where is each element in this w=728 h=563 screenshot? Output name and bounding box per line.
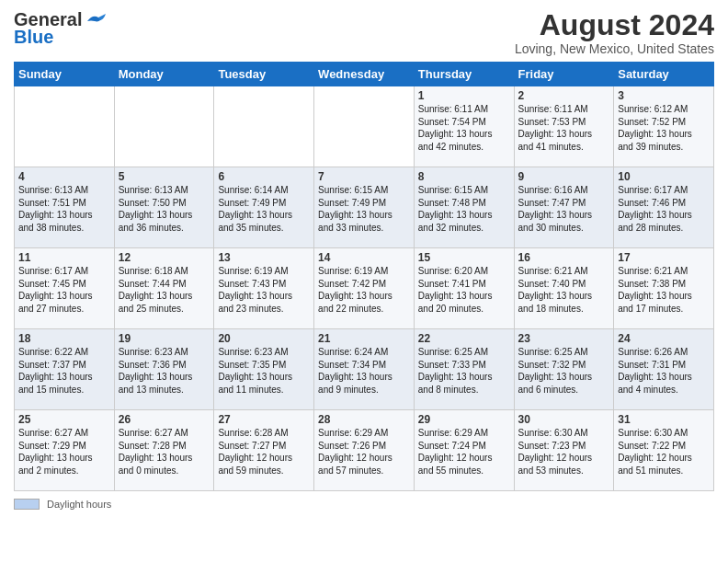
- weekday-header-monday: Monday: [114, 63, 214, 86]
- calendar-cell: 12Sunrise: 6:18 AM Sunset: 7:44 PM Dayli…: [114, 248, 214, 329]
- calendar-cell: 4Sunrise: 6:13 AM Sunset: 7:51 PM Daylig…: [15, 167, 115, 248]
- weekday-header-tuesday: Tuesday: [214, 63, 314, 86]
- calendar-header: SundayMondayTuesdayWednesdayThursdayFrid…: [15, 63, 714, 86]
- day-info: Sunrise: 6:23 AM Sunset: 7:35 PM Dayligh…: [218, 346, 310, 396]
- day-info: Sunrise: 6:29 AM Sunset: 7:26 PM Dayligh…: [318, 427, 410, 477]
- logo-bird-icon: [85, 12, 106, 29]
- day-number: 5: [119, 170, 210, 183]
- day-info: Sunrise: 6:27 AM Sunset: 7:29 PM Dayligh…: [18, 427, 110, 477]
- day-number: 28: [318, 413, 410, 426]
- logo-text-blue: Blue: [14, 27, 53, 48]
- day-number: 16: [518, 251, 610, 264]
- day-info: Sunrise: 6:19 AM Sunset: 7:42 PM Dayligh…: [318, 265, 410, 315]
- weekday-header-row: SundayMondayTuesdayWednesdayThursdayFrid…: [15, 63, 714, 86]
- calendar-cell: 16Sunrise: 6:21 AM Sunset: 7:40 PM Dayli…: [514, 248, 614, 329]
- calendar-cell: 5Sunrise: 6:13 AM Sunset: 7:50 PM Daylig…: [114, 167, 214, 248]
- day-number: 26: [119, 413, 210, 426]
- day-number: 2: [518, 89, 610, 102]
- day-number: 30: [518, 413, 610, 426]
- day-info: Sunrise: 6:12 AM Sunset: 7:52 PM Dayligh…: [618, 103, 710, 153]
- day-number: 23: [518, 332, 610, 345]
- calendar-cell: 14Sunrise: 6:19 AM Sunset: 7:42 PM Dayli…: [314, 248, 415, 329]
- day-number: 3: [618, 89, 710, 102]
- calendar-cell: 1Sunrise: 6:11 AM Sunset: 7:54 PM Daylig…: [414, 86, 514, 167]
- calendar-cell: 10Sunrise: 6:17 AM Sunset: 7:46 PM Dayli…: [614, 167, 714, 248]
- day-info: Sunrise: 6:20 AM Sunset: 7:41 PM Dayligh…: [418, 265, 510, 315]
- day-number: 10: [618, 170, 710, 183]
- day-info: Sunrise: 6:17 AM Sunset: 7:46 PM Dayligh…: [618, 184, 710, 234]
- calendar-week-row: 11Sunrise: 6:17 AM Sunset: 7:45 PM Dayli…: [15, 248, 714, 329]
- day-number: 20: [218, 332, 310, 345]
- calendar-cell: [15, 86, 115, 167]
- day-number: 31: [618, 413, 710, 426]
- calendar-cell: 15Sunrise: 6:20 AM Sunset: 7:41 PM Dayli…: [414, 248, 514, 329]
- day-number: 27: [218, 413, 310, 426]
- calendar-cell: 21Sunrise: 6:24 AM Sunset: 7:34 PM Dayli…: [314, 329, 415, 410]
- calendar-cell: 27Sunrise: 6:28 AM Sunset: 7:27 PM Dayli…: [214, 410, 314, 491]
- calendar-cell: [114, 86, 214, 167]
- calendar-cell: 24Sunrise: 6:26 AM Sunset: 7:31 PM Dayli…: [614, 329, 714, 410]
- weekday-header-friday: Friday: [514, 63, 614, 86]
- day-info: Sunrise: 6:28 AM Sunset: 7:27 PM Dayligh…: [218, 427, 310, 477]
- calendar-cell: 2Sunrise: 6:11 AM Sunset: 7:53 PM Daylig…: [514, 86, 614, 167]
- header: General Blue August 2024 Loving, New Mex…: [14, 9, 714, 56]
- day-number: 6: [218, 170, 310, 183]
- calendar-cell: [314, 86, 415, 167]
- calendar-cell: 31Sunrise: 6:30 AM Sunset: 7:22 PM Dayli…: [614, 410, 714, 491]
- calendar-cell: 8Sunrise: 6:15 AM Sunset: 7:48 PM Daylig…: [414, 167, 514, 248]
- legend-color-box: [14, 499, 40, 510]
- day-info: Sunrise: 6:11 AM Sunset: 7:54 PM Dayligh…: [418, 103, 510, 153]
- day-info: Sunrise: 6:22 AM Sunset: 7:37 PM Dayligh…: [18, 346, 110, 396]
- calendar-table: SundayMondayTuesdayWednesdayThursdayFrid…: [14, 62, 714, 491]
- day-number: 8: [418, 170, 510, 183]
- calendar-cell: 17Sunrise: 6:21 AM Sunset: 7:38 PM Dayli…: [614, 248, 714, 329]
- calendar-cell: 22Sunrise: 6:25 AM Sunset: 7:33 PM Dayli…: [414, 329, 514, 410]
- page-title: August 2024: [515, 9, 714, 41]
- day-info: Sunrise: 6:19 AM Sunset: 7:43 PM Dayligh…: [218, 265, 310, 315]
- weekday-header-thursday: Thursday: [414, 63, 514, 86]
- day-number: 21: [318, 332, 410, 345]
- calendar-week-row: 4Sunrise: 6:13 AM Sunset: 7:51 PM Daylig…: [15, 167, 714, 248]
- legend-label: Daylight hours: [47, 499, 111, 510]
- day-info: Sunrise: 6:30 AM Sunset: 7:23 PM Dayligh…: [518, 427, 610, 477]
- calendar-cell: 30Sunrise: 6:30 AM Sunset: 7:23 PM Dayli…: [514, 410, 614, 491]
- calendar-cell: 23Sunrise: 6:25 AM Sunset: 7:32 PM Dayli…: [514, 329, 614, 410]
- calendar-week-row: 18Sunrise: 6:22 AM Sunset: 7:37 PM Dayli…: [15, 329, 714, 410]
- calendar-cell: 26Sunrise: 6:27 AM Sunset: 7:28 PM Dayli…: [114, 410, 214, 491]
- day-info: Sunrise: 6:15 AM Sunset: 7:48 PM Dayligh…: [418, 184, 510, 234]
- calendar-cell: 11Sunrise: 6:17 AM Sunset: 7:45 PM Dayli…: [15, 248, 115, 329]
- calendar-cell: 7Sunrise: 6:15 AM Sunset: 7:49 PM Daylig…: [314, 167, 415, 248]
- calendar-cell: 3Sunrise: 6:12 AM Sunset: 7:52 PM Daylig…: [614, 86, 714, 167]
- day-info: Sunrise: 6:13 AM Sunset: 7:50 PM Dayligh…: [119, 184, 210, 234]
- day-info: Sunrise: 6:18 AM Sunset: 7:44 PM Dayligh…: [119, 265, 210, 315]
- day-info: Sunrise: 6:27 AM Sunset: 7:28 PM Dayligh…: [119, 427, 210, 477]
- day-info: Sunrise: 6:26 AM Sunset: 7:31 PM Dayligh…: [618, 346, 710, 396]
- day-number: 15: [418, 251, 510, 264]
- day-number: 18: [18, 332, 110, 345]
- day-number: 13: [218, 251, 310, 264]
- calendar-cell: 9Sunrise: 6:16 AM Sunset: 7:47 PM Daylig…: [514, 167, 614, 248]
- day-info: Sunrise: 6:21 AM Sunset: 7:38 PM Dayligh…: [618, 265, 710, 315]
- day-number: 9: [518, 170, 610, 183]
- calendar-week-row: 1Sunrise: 6:11 AM Sunset: 7:54 PM Daylig…: [15, 86, 714, 167]
- calendar-week-row: 25Sunrise: 6:27 AM Sunset: 7:29 PM Dayli…: [15, 410, 714, 491]
- page-subtitle: Loving, New Mexico, United States: [515, 41, 714, 56]
- day-number: 24: [618, 332, 710, 345]
- day-number: 12: [119, 251, 210, 264]
- day-info: Sunrise: 6:13 AM Sunset: 7:51 PM Dayligh…: [18, 184, 110, 234]
- day-number: 14: [318, 251, 410, 264]
- day-number: 25: [18, 413, 110, 426]
- day-number: 11: [18, 251, 110, 264]
- day-info: Sunrise: 6:14 AM Sunset: 7:49 PM Dayligh…: [218, 184, 310, 234]
- day-info: Sunrise: 6:16 AM Sunset: 7:47 PM Dayligh…: [518, 184, 610, 234]
- day-number: 29: [418, 413, 510, 426]
- day-info: Sunrise: 6:21 AM Sunset: 7:40 PM Dayligh…: [518, 265, 610, 315]
- day-number: 7: [318, 170, 410, 183]
- day-number: 4: [18, 170, 110, 183]
- weekday-header-sunday: Sunday: [15, 63, 115, 86]
- day-number: 17: [618, 251, 710, 264]
- day-info: Sunrise: 6:25 AM Sunset: 7:33 PM Dayligh…: [418, 346, 510, 396]
- calendar-cell: 28Sunrise: 6:29 AM Sunset: 7:26 PM Dayli…: [314, 410, 415, 491]
- calendar-cell: 29Sunrise: 6:29 AM Sunset: 7:24 PM Dayli…: [414, 410, 514, 491]
- calendar-cell: 25Sunrise: 6:27 AM Sunset: 7:29 PM Dayli…: [15, 410, 115, 491]
